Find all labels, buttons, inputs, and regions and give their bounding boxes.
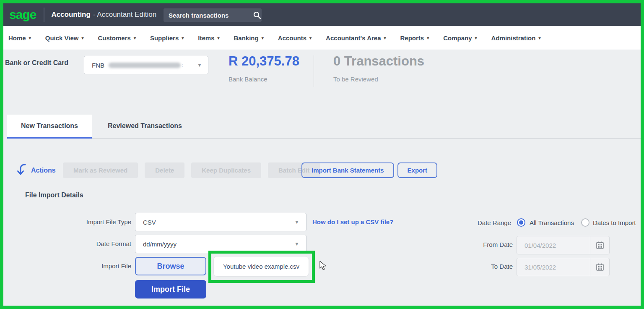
import-file-type-label: Import File Type: [3, 218, 131, 225]
from-date-calendar-button[interactable]: [590, 236, 609, 254]
bulk-action-buttons: Mark as Reviewed Delete Keep Duplicates …: [63, 162, 320, 178]
transactions-label: To be Reviewed: [333, 76, 378, 83]
nav-item-accounts[interactable]: Accounts▾: [278, 34, 312, 42]
chevron-down-icon: ▾: [427, 35, 429, 40]
radio-all-transactions-label[interactable]: All Transactions: [530, 219, 574, 226]
redacted-account-number: [109, 63, 181, 68]
nav-item-reports[interactable]: Reports▾: [400, 34, 429, 42]
transactions-count: 0 Transactions: [333, 54, 424, 69]
import-file-type-dropdown[interactable]: CSV ▼: [135, 213, 306, 231]
to-date-field[interactable]: 31/05/2022: [517, 258, 610, 276]
keep-duplicates-button[interactable]: Keep Duplicates: [191, 162, 261, 178]
nav-item-accountants-area[interactable]: Accountant's Area▾: [326, 34, 386, 42]
tab-new-transactions[interactable]: New Transactions: [7, 115, 92, 137]
mark-as-reviewed-button[interactable]: Mark as Reviewed: [63, 162, 138, 178]
delete-button[interactable]: Delete: [145, 162, 184, 178]
date-range-label: Date Range: [478, 219, 511, 226]
to-date-label: To Date: [444, 263, 513, 270]
app-window: sage Accounting- Accountant Edition Home…: [0, 0, 644, 309]
summary-divider: [314, 55, 314, 87]
nav-item-company[interactable]: Company▾: [443, 34, 477, 42]
csv-help-link[interactable]: How do I set up a CSV file?: [312, 218, 393, 225]
nav-item-quick-view[interactable]: Quick View▾: [45, 34, 84, 42]
radio-all-transactions[interactable]: [517, 218, 525, 227]
chevron-down-icon: ▾: [538, 35, 540, 40]
bank-selector-label: Bank or Credit Card: [5, 59, 68, 67]
import-bank-statements-button[interactable]: Import Bank Statements: [301, 162, 394, 178]
chevron-down-icon: ▾: [134, 35, 136, 40]
nav-item-suppliers[interactable]: Suppliers▾: [150, 34, 184, 42]
import-file-button[interactable]: Import File: [135, 280, 206, 299]
from-date-field[interactable]: 01/04/2022: [517, 236, 610, 254]
calendar-icon: [596, 241, 604, 249]
top-bar: sage Accounting- Accountant Edition: [3, 3, 641, 26]
nav-item-banking[interactable]: Banking▾: [234, 34, 264, 42]
search-box[interactable]: [164, 8, 262, 22]
app-title: Accounting- Accountant Edition: [51, 10, 156, 19]
browse-button[interactable]: Browse: [135, 257, 206, 275]
mouse-cursor: [319, 261, 328, 271]
chevron-down-icon: ▾: [29, 35, 31, 40]
chevron-down-icon: ▾: [262, 35, 264, 40]
actions-arrow-icon: [16, 163, 27, 177]
chevron-down-icon: ▾: [217, 35, 219, 40]
search-input[interactable]: [169, 12, 253, 19]
chevron-down-icon: ▾: [182, 35, 184, 40]
chevron-down-icon: ▼: [294, 241, 299, 247]
nav-item-home[interactable]: Home▾: [8, 34, 31, 42]
chevron-down-icon: ▾: [81, 35, 83, 40]
to-date-calendar-button[interactable]: [590, 258, 609, 276]
chevron-down-icon: ▼: [197, 62, 202, 68]
import-export-buttons: Import Bank Statements Export: [301, 162, 437, 178]
search-icon[interactable]: [253, 11, 261, 19]
sage-logo: sage: [9, 8, 36, 22]
chevron-down-icon: ▾: [475, 35, 477, 40]
main-nav: Home▾ Quick View▾ Customers▾ Suppliers▾ …: [3, 26, 641, 50]
green-highlight-box: [208, 251, 315, 283]
page-content: Bank or Credit Card FNB : ▼ R 20,375.78 …: [3, 50, 641, 306]
active-tab-underline: [7, 137, 92, 139]
nav-item-administration[interactable]: Administration▾: [491, 34, 541, 42]
radio-dates-to-import[interactable]: [581, 218, 589, 227]
chevron-down-icon: ▾: [309, 35, 312, 40]
actions-label[interactable]: Actions: [31, 167, 56, 174]
nav-item-customers[interactable]: Customers▾: [98, 34, 136, 42]
tab-baseline: [7, 138, 641, 139]
bank-selector-dropdown[interactable]: FNB : ▼: [84, 56, 208, 74]
tab-reviewed-transactions[interactable]: Reviewed Transactions: [100, 115, 190, 137]
bank-balance-value: R 20,375.78: [229, 54, 299, 69]
radio-dates-to-import-label[interactable]: Dates to Import: [593, 219, 636, 226]
nav-item-items[interactable]: Items▾: [198, 34, 219, 42]
bank-balance-label: Bank Balance: [229, 76, 267, 83]
chevron-down-icon: ▼: [294, 219, 299, 225]
topbar-divider: [44, 8, 44, 22]
export-button[interactable]: Export: [397, 162, 438, 178]
date-format-label: Date Format: [3, 240, 131, 247]
import-file-label: Import File: [3, 262, 131, 270]
chevron-down-icon: ▾: [384, 35, 386, 40]
from-date-label: From Date: [444, 241, 513, 248]
calendar-icon: [596, 263, 604, 271]
file-import-details-title: File Import Details: [25, 191, 83, 199]
